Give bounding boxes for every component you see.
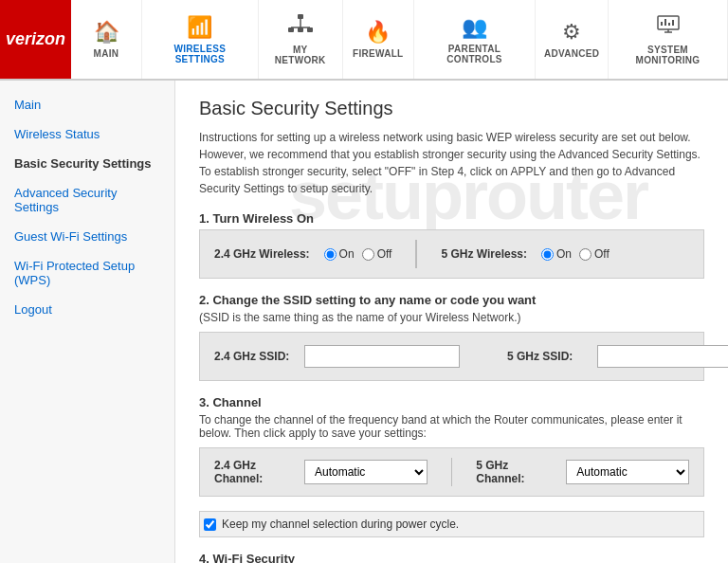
ghz5-off-radio[interactable] xyxy=(579,248,592,261)
sysmon-icon xyxy=(656,14,681,41)
nav-item-sysmon[interactable]: SYSTEM MONITORING xyxy=(609,0,728,79)
step3-heading: 3. Channel xyxy=(199,395,704,409)
ghz24-channel-label: 2.4 GHz Channel: xyxy=(214,459,290,485)
svg-rect-0 xyxy=(298,14,303,19)
nav-item-firewall[interactable]: 🔥 FIREWALL xyxy=(343,0,414,79)
ghz5-wireless-label: 5 GHz Wireless: xyxy=(441,247,527,261)
advanced-icon: ⚙ xyxy=(562,20,581,45)
nav-item-wireless[interactable]: 📶 WIRELESS SETTINGS xyxy=(142,0,259,79)
ghz24-on-radio[interactable] xyxy=(324,248,337,261)
sidebar-item-advanced-security[interactable]: Advanced Security Settings xyxy=(0,178,174,222)
channel-persist-label: Keep my channel selection during power c… xyxy=(222,518,459,531)
step3-row: 2.4 GHz Channel: Automatic 5 GHz Channel… xyxy=(199,447,704,497)
logo-text: verizon xyxy=(6,29,65,49)
ghz24-off-label[interactable]: Off xyxy=(362,247,392,261)
page-title: Basic Security Settings xyxy=(199,98,704,119)
ghz5-ssid-input[interactable] xyxy=(597,345,728,368)
sidebar: Main Wireless Status Basic Security Sett… xyxy=(0,81,175,563)
ghz5-off-label[interactable]: Off xyxy=(579,247,610,261)
step1-row: 2.4 GHz Wireless: On Off 5 GHz Wireless:… xyxy=(199,229,704,279)
step2-desc: (SSID is the same thing as the name of y… xyxy=(199,311,704,324)
sidebar-item-basic-security[interactable]: Basic Security Settings xyxy=(0,149,174,178)
nav-item-advanced[interactable]: ⚙ ADVANCED xyxy=(536,0,609,79)
sidebar-item-main[interactable]: Main xyxy=(0,90,174,119)
ghz24-on-label[interactable]: On xyxy=(324,247,355,261)
nav-item-parental[interactable]: 👥 PARENTAL CONTROLS xyxy=(414,0,537,79)
ghz5-on-label[interactable]: On xyxy=(541,247,572,261)
content-area: Basic Security Settings Instructions for… xyxy=(199,98,704,563)
ghz24-wireless-label: 2.4 GHz Wireless: xyxy=(214,247,310,261)
step2-row: 2.4 GHz SSID: 5 GHz SSID: xyxy=(199,332,704,381)
ghz24-wireless-options: On Off xyxy=(324,247,392,261)
step1-heading: 1. Turn Wireless On xyxy=(199,211,704,226)
nav-label-advanced: ADVANCED xyxy=(544,48,599,59)
parental-icon: 👥 xyxy=(462,15,487,40)
nav-label-sysmon: SYSTEM MONITORING xyxy=(620,45,716,65)
logo: verizon xyxy=(0,0,71,79)
wifi-icon: 📶 xyxy=(187,15,212,40)
nav-label-wireless: WIRELESS SETTINGS xyxy=(154,44,246,64)
ghz5-on-radio[interactable] xyxy=(541,248,554,261)
nav-label-main: MAIN xyxy=(94,48,119,59)
nav-items: 🏠 MAIN 📶 WIRELESS SETTINGS MY NETWORK xyxy=(71,0,728,79)
sidebar-item-wps[interactable]: Wi-Fi Protected Setup (WPS) xyxy=(0,251,174,295)
nav-label-firewall: FIREWALL xyxy=(353,48,404,59)
page-layout: Main Wireless Status Basic Security Sett… xyxy=(0,81,728,563)
sidebar-item-wireless-status[interactable]: Wireless Status xyxy=(0,119,174,149)
ghz5-wireless-options: On Off xyxy=(541,247,610,261)
ghz5-channel-label: 5 GHz Channel: xyxy=(476,459,552,485)
firewall-icon: 🔥 xyxy=(365,20,391,45)
nav-item-mynetwork[interactable]: MY NETWORK xyxy=(259,0,343,79)
row-divider xyxy=(415,240,417,268)
sidebar-item-logout[interactable]: Logout xyxy=(0,295,174,324)
network-icon xyxy=(288,14,313,41)
channel-persist-checkbox[interactable] xyxy=(204,518,216,531)
channel-persist-row: Keep my channel selection during power c… xyxy=(199,511,704,537)
top-navigation: verizon 🏠 MAIN 📶 WIRELESS SETTINGS M xyxy=(0,0,728,81)
ghz24-off-radio[interactable] xyxy=(362,248,374,261)
intro-text: Instructions for setting up a wireless n… xyxy=(199,129,704,197)
sidebar-item-guest-wifi[interactable]: Guest Wi-Fi Settings xyxy=(0,222,174,251)
step2-heading: 2. Change the SSID setting to any name o… xyxy=(199,293,704,307)
ghz5-channel-select[interactable]: Automatic xyxy=(566,460,689,484)
step3-desc: To change the channel of the frequency b… xyxy=(199,413,704,440)
home-icon: 🏠 xyxy=(94,20,119,45)
main-content: setuprouter Basic Security Settings Inst… xyxy=(175,81,728,563)
nav-label-parental: PARENTAL CONTROLS xyxy=(426,44,524,64)
ghz24-ssid-input[interactable] xyxy=(304,345,460,368)
ghz5-ssid-label: 5 GHz SSID: xyxy=(507,350,583,363)
ghz24-ssid-label: 2.4 GHz SSID: xyxy=(214,350,290,363)
nav-item-main[interactable]: 🏠 MAIN xyxy=(71,0,142,79)
step4-heading: 4. Wi-Fi Security xyxy=(199,552,704,563)
ghz24-channel-select[interactable]: Automatic xyxy=(304,460,428,484)
nav-label-mynetwork: MY NETWORK xyxy=(270,45,331,65)
channel-divider xyxy=(451,458,453,486)
